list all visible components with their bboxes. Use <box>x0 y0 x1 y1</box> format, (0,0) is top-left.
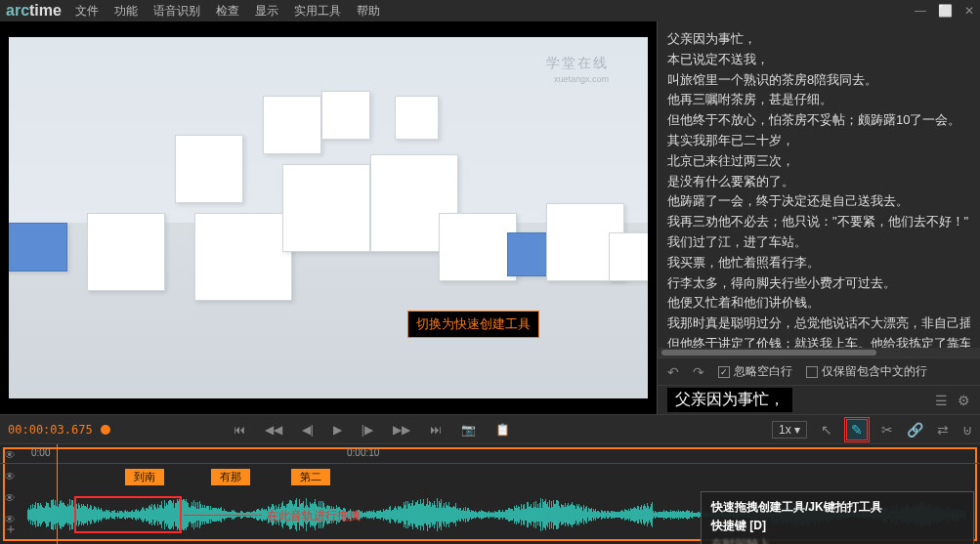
record-indicator <box>101 425 110 435</box>
menu-speech[interactable]: 语音识别 <box>153 3 200 20</box>
preview-canvas: 学堂在线 xuetangx.com 切换为快速创建工具 <box>9 37 648 398</box>
skip-end-icon[interactable]: ⏭ <box>430 423 442 437</box>
redo-icon[interactable]: ↷ <box>693 364 704 380</box>
watermark-sub: xuetangx.com <box>554 74 609 84</box>
main-area: 学堂在线 xuetangx.com 切换为快速创建工具 父亲因为事忙， 本已说定… <box>0 21 980 414</box>
script-line[interactable]: 是没有什么要紧的了。 <box>667 172 970 192</box>
eye-icon[interactable]: 👁 <box>4 491 16 507</box>
menubar: arctime 文件 功能 语音识别 检查 显示 实用工具 帮助 — ⬜ ✕ <box>0 0 980 21</box>
quick-create-tool[interactable]: ✎ <box>846 419 868 440</box>
layers-icon[interactable]: 📋 <box>495 423 510 437</box>
script-line[interactable]: 我那时真是聪明过分，总觉他说话不大漂亮，非自己插嘴 <box>667 314 970 334</box>
keep-chinese-checkbox[interactable]: 仅保留包含中文的行 <box>806 363 927 380</box>
menu-view[interactable]: 显示 <box>255 3 278 20</box>
subtitle-clip[interactable]: 到南 <box>125 469 164 485</box>
minimize-icon[interactable]: — <box>915 4 926 18</box>
play-icon[interactable]: ▶ <box>333 423 342 437</box>
eye-icon[interactable]: 👁 <box>4 470 16 485</box>
script-line[interactable]: 叫旅馆里一个熟识的茶房8陪我同去。 <box>667 70 970 91</box>
settings-icon[interactable]: ⚙ <box>958 393 970 408</box>
menu-function[interactable]: 功能 <box>114 3 138 20</box>
ignore-blank-checkbox[interactable]: ✓忽略空白行 <box>718 363 792 380</box>
timecode: 00:00:03.675 <box>8 423 93 437</box>
menu-file[interactable]: 文件 <box>75 3 99 20</box>
cursor-tool[interactable]: ↖ <box>821 422 832 438</box>
prev-icon[interactable]: ◀◀ <box>265 423 282 437</box>
undo-icon[interactable]: ↶ <box>667 364 679 380</box>
speed-selector[interactable]: 1x ▾ <box>772 421 807 439</box>
tool-tooltip: 快速拖拽创建工具/JK键拍打工具 快捷键 [D] 在时间轴上…… 拖拽时可按……… <box>701 491 974 544</box>
step-fwd-icon[interactable]: |▶ <box>362 423 373 437</box>
script-line[interactable]: 其实我那年已二十岁， <box>667 131 970 151</box>
video-preview[interactable]: 学堂在线 xuetangx.com 切换为快速创建工具 <box>0 21 657 414</box>
script-line[interactable]: 本已说定不送我， <box>667 50 970 70</box>
script-text[interactable]: 父亲因为事忙， 本已说定不送我， 叫旅馆里一个熟识的茶房8陪我同去。 他再三嘱咐… <box>658 21 980 348</box>
add-track-icon[interactable]: ＋ <box>4 521 18 538</box>
close-icon[interactable]: ✕ <box>964 4 974 18</box>
script-options: ↶ ↷ ✓忽略空白行 仅保留包含中文的行 <box>658 357 980 385</box>
script-panel: 父亲因为事忙， 本已说定不送我， 叫旅馆里一个熟识的茶房8陪我同去。 他再三嘱咐… <box>657 21 980 414</box>
timeline-ruler[interactable]: 0:00 0:00:10 <box>0 444 980 464</box>
playback-bar: 00:00:03.675 ⏮ ◀◀ ◀| ▶ |▶ ▶▶ ⏭ 📷 📋 1x ▾ … <box>0 414 980 443</box>
list-icon[interactable]: ☰ <box>935 393 948 408</box>
drag-selection <box>74 496 182 533</box>
link-tool[interactable]: 🔗 <box>907 422 923 438</box>
script-line[interactable]: 父亲因为事忙， <box>667 29 970 50</box>
script-line[interactable]: 他踌躇了一会，终于决定还是自己送我去。 <box>667 191 970 212</box>
maximize-icon[interactable]: ⬜ <box>938 4 953 18</box>
menu-help[interactable]: 帮助 <box>357 3 380 20</box>
step-back-icon[interactable]: ◀| <box>302 423 314 437</box>
horizontal-scrollbar[interactable] <box>658 348 980 357</box>
script-line[interactable]: 但他终于讲定了价钱；就送我上车。他给我拣定了靠车门 <box>667 334 970 348</box>
annotation-label: 在此音轨进行拖拽 <box>267 508 361 524</box>
script-line[interactable]: 我买票，他忙着照看行李。 <box>667 253 970 273</box>
camera-icon[interactable]: 📷 <box>461 423 476 437</box>
script-line[interactable]: 行李太多，得向脚夫行些小费才可过去。 <box>667 273 970 294</box>
script-line[interactable]: 他再三嘱咐茶房，甚是仔细。 <box>667 90 970 110</box>
menu-items: 文件 功能 语音识别 检查 显示 实用工具 帮助 <box>75 3 915 20</box>
timeline[interactable]: 👁 👁 👁 👁 ＋ 0:00 0:00:10 到南 有那 第二 在此音轨进行拖拽… <box>0 443 980 544</box>
subtitle-clip[interactable]: 第二 <box>291 469 330 485</box>
script-line[interactable]: 我再三劝他不必去；他只说："不要紧，他们去不好！" <box>667 212 970 232</box>
script-line[interactable]: 但他终于不放心，怕茶房不妥帖；颇踌躇10了一会。 <box>667 110 970 131</box>
window-controls: — ⬜ ✕ <box>915 4 974 18</box>
watermark: 学堂在线 <box>546 55 609 72</box>
menu-tools[interactable]: 实用工具 <box>294 3 341 20</box>
script-line[interactable]: 我们过了江，进了车站。 <box>667 232 970 253</box>
current-subtitle: 父亲因为事忙， <box>667 388 792 412</box>
script-toolbar: 父亲因为事忙， ☰ ⚙ <box>658 385 980 414</box>
script-line[interactable]: 北京已来往过两三次， <box>667 151 970 172</box>
preview-tooltip: 切换为快速创建工具 <box>407 311 539 338</box>
subtitle-track[interactable]: 到南 有那 第二 <box>27 467 974 488</box>
cut-tool[interactable]: ✂ <box>881 422 893 438</box>
menu-check[interactable]: 检查 <box>216 3 239 20</box>
subtitle-clip[interactable]: 有那 <box>211 469 250 485</box>
skip-start-icon[interactable]: ⏮ <box>234 423 245 437</box>
next-icon[interactable]: ▶▶ <box>393 423 410 437</box>
app-logo: arctime <box>6 2 62 20</box>
script-line[interactable]: 他便又忙着和他们讲价钱。 <box>667 293 970 314</box>
swap-tool[interactable]: ⇄ <box>937 422 949 438</box>
magnet-tool[interactable]: ⊍ <box>962 422 972 438</box>
